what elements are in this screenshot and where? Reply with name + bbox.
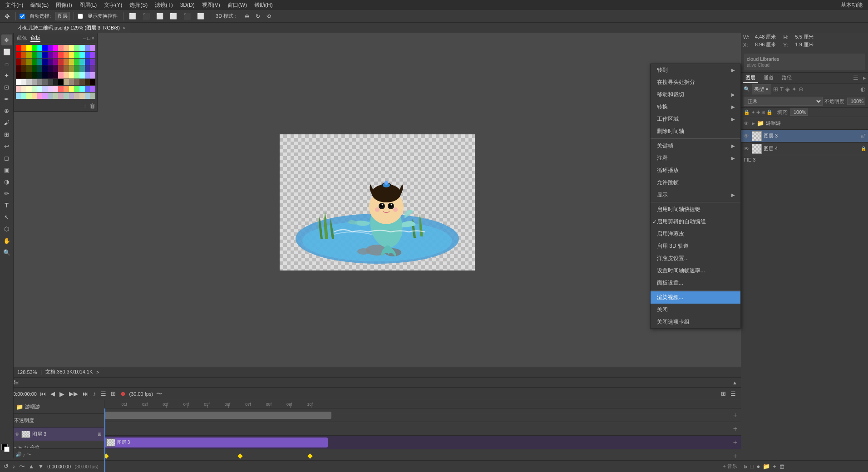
eyedropper-tool[interactable]: ✒: [1, 93, 12, 104]
context-menu-item-workspace-area[interactable]: 工作区域▶: [651, 113, 740, 125]
status-arrow[interactable]: >: [96, 369, 99, 375]
context-menu-item-convert[interactable]: 转换▶: [651, 101, 740, 113]
layer-row-swim-group[interactable]: 👁 ▶ 📁 游咽游: [741, 117, 868, 130]
context-menu-item-enable-shortcuts[interactable]: 启用时间轴快捷键: [651, 203, 740, 216]
tl-bot-down[interactable]: ▼: [38, 463, 44, 470]
swatch-cell[interactable]: [74, 59, 79, 65]
swatch-cell[interactable]: [90, 79, 95, 85]
swatch-cell[interactable]: [26, 52, 32, 58]
swatch-cell[interactable]: [37, 52, 43, 58]
lp-filter-icon5[interactable]: ⊕: [799, 86, 804, 93]
swatch-cell[interactable]: [90, 59, 95, 65]
swatch-cell[interactable]: [48, 79, 53, 85]
align-right[interactable]: ⬜: [154, 12, 165, 20]
align-left[interactable]: ⬜: [127, 12, 138, 20]
menu-layer[interactable]: 图层(L): [77, 0, 100, 10]
swatch-cell[interactable]: [74, 72, 79, 79]
swatch-cell[interactable]: [16, 72, 21, 79]
swatch-cell[interactable]: [42, 93, 48, 99]
dodge-tool[interactable]: ◑: [1, 176, 12, 187]
audio-vol-icon[interactable]: 🔊: [15, 452, 22, 457]
tl-bot-audio[interactable]: ♪: [12, 463, 15, 470]
swatch-cell[interactable]: [42, 45, 48, 51]
swatch-cell[interactable]: [26, 93, 32, 99]
swatch-cell[interactable]: [90, 52, 95, 58]
swatch-cell[interactable]: [32, 86, 37, 92]
swatch-cell[interactable]: [64, 93, 69, 99]
swatch-cell[interactable]: [58, 79, 64, 85]
lp-filter-icon3[interactable]: ◈: [785, 86, 790, 93]
swatch-cell[interactable]: [85, 59, 90, 65]
swatch-cell[interactable]: [85, 79, 90, 85]
swatch-cell[interactable]: [79, 86, 85, 92]
swatch-cell[interactable]: [21, 45, 27, 51]
swatch-cell[interactable]: [79, 45, 85, 51]
context-menu-item-keyframe[interactable]: 关键帧▶: [651, 140, 740, 152]
swatch-cell[interactable]: [37, 72, 43, 79]
lp-opacity-input[interactable]: [847, 98, 865, 105]
tl-kf-transform-mid[interactable]: [237, 453, 242, 458]
swatch-cell[interactable]: [74, 65, 79, 72]
swatch-cell[interactable]: [26, 86, 32, 92]
swatch-cell[interactable]: [16, 93, 21, 99]
lp-blend-mode[interactable]: 正常: [744, 97, 823, 106]
align-center-h[interactable]: ⬛: [141, 12, 152, 20]
lp-fill-input[interactable]: [790, 108, 808, 116]
pen-tool[interactable]: ✏: [1, 188, 12, 199]
swatch-cell[interactable]: [74, 79, 79, 85]
layer-vis-l4[interactable]: 👁: [743, 146, 750, 152]
lp-tab-layers[interactable]: 图层: [743, 74, 758, 83]
context-menu-item-move-crop[interactable]: 移动和裁切▶: [651, 88, 740, 101]
lasso-tool[interactable]: ⌓: [1, 58, 12, 69]
lp-filter-icon1[interactable]: ⊞: [773, 86, 778, 93]
lp-panel-menu[interactable]: ☰: [853, 74, 858, 81]
swatch-cell[interactable]: [69, 65, 74, 72]
tl-kf-transform-end[interactable]: [307, 453, 312, 458]
swatch-cell[interactable]: [58, 93, 64, 99]
context-menu-item-onion-settings[interactable]: 洋葱皮设置...: [651, 252, 740, 265]
swatch-cell[interactable]: [42, 72, 48, 79]
swatch-cell[interactable]: [16, 59, 21, 65]
swatch-cell[interactable]: [69, 45, 74, 51]
swatch-cell[interactable]: [64, 79, 69, 85]
tl-last-frame[interactable]: ⏭: [81, 390, 90, 397]
swatch-cell[interactable]: [58, 59, 64, 65]
swatch-cell[interactable]: [42, 65, 48, 72]
swatch-add-icon[interactable]: +: [83, 103, 87, 109]
swatch-cell[interactable]: [58, 86, 64, 92]
swatch-cell[interactable]: [48, 93, 53, 99]
lp-tab-channels[interactable]: 通道: [761, 74, 776, 82]
menu-3d[interactable]: 3D(D): [178, 1, 197, 9]
swatch-cell[interactable]: [69, 52, 74, 58]
lp-new-layer-btn[interactable]: +: [773, 463, 776, 470]
tl-play-btn[interactable]: ▶: [58, 390, 66, 398]
lp-delete-btn[interactable]: 🗑: [779, 463, 785, 470]
swatch-cell[interactable]: [85, 86, 90, 92]
tl-layer3-row[interactable]: ▼ 👁 图层 3 ⊞: [5, 428, 104, 441]
swatch-cell[interactable]: [58, 52, 64, 58]
swatch-cell[interactable]: [37, 59, 43, 65]
timeline-collapse[interactable]: ▲: [732, 380, 737, 385]
tl-prev-frame[interactable]: ◀: [49, 390, 56, 397]
swatch-cell[interactable]: [16, 86, 21, 92]
swatch-cell[interactable]: [32, 65, 37, 72]
swatch-cell[interactable]: [16, 79, 21, 85]
swatch-cell[interactable]: [53, 72, 59, 79]
tl-layer-swim-opacity[interactable]: ↻ 不透明度: [5, 414, 104, 428]
swatch-cell[interactable]: [37, 79, 43, 85]
layer-row-l4[interactable]: 👁 图层 4 🔒: [741, 143, 868, 155]
swatch-cell[interactable]: [85, 65, 90, 72]
swatch-cell[interactable]: [64, 65, 69, 72]
swatch-cell[interactable]: [53, 79, 59, 85]
tl-bot-loop[interactable]: ↺: [4, 463, 9, 470]
swatch-cell[interactable]: [21, 79, 27, 85]
tl-record-btn[interactable]: ⏺: [119, 390, 128, 397]
swatch-cell[interactable]: [42, 86, 48, 92]
path-select-tool[interactable]: ↖: [1, 211, 12, 222]
lp-fx-btn[interactable]: fx: [744, 464, 748, 469]
swatch-cell[interactable]: [85, 52, 90, 58]
swatch-cell[interactable]: [79, 65, 85, 72]
clone-stamp-tool[interactable]: ⊞: [1, 129, 12, 140]
swatch-cell[interactable]: [85, 93, 90, 99]
panel-max-btn[interactable]: □: [87, 35, 90, 41]
